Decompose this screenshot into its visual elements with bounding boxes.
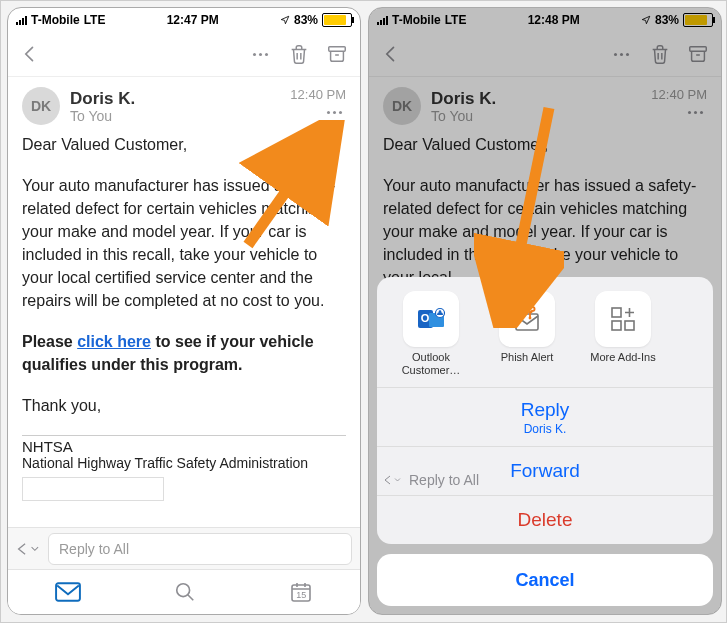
clock-label: 12:48 PM bbox=[528, 13, 580, 27]
tab-calendar[interactable]: 15 bbox=[289, 580, 313, 604]
sender-row: DK Doris K. To You 12:40 PM bbox=[369, 77, 721, 129]
battery-percent: 83% bbox=[655, 13, 679, 27]
phish-alert-icon bbox=[499, 291, 555, 347]
greeting: Dear Valued Customer, bbox=[22, 133, 346, 156]
svg-rect-1 bbox=[56, 583, 80, 600]
sheet-delete[interactable]: Delete bbox=[377, 495, 713, 544]
signature-org: NHTSA bbox=[8, 438, 360, 455]
signature-divider bbox=[22, 435, 346, 436]
sheet-cancel[interactable]: Cancel bbox=[377, 554, 713, 606]
tab-search[interactable] bbox=[174, 581, 196, 603]
delete-button[interactable] bbox=[288, 43, 310, 65]
action-sheet: O Outlook Customer… Phish Alert More Add… bbox=[377, 277, 713, 606]
addin-phish-alert[interactable]: Phish Alert bbox=[487, 291, 567, 377]
status-bar: T-Mobile LTE 12:47 PM 83% bbox=[8, 8, 360, 32]
tab-bar: 15 bbox=[8, 569, 360, 614]
toolbar bbox=[369, 32, 721, 77]
location-icon bbox=[641, 15, 651, 25]
email-body: Dear Valued Customer, Your auto manufact… bbox=[8, 129, 360, 417]
reply-chevron-icon[interactable] bbox=[16, 540, 42, 558]
delete-button[interactable] bbox=[649, 43, 671, 65]
addin-label: More Add-Ins bbox=[590, 351, 655, 364]
signal-bars-icon bbox=[377, 15, 388, 25]
clock-label: 12:47 PM bbox=[167, 13, 219, 27]
signature-full: National Highway Traffic Safety Administ… bbox=[8, 455, 360, 471]
back-button[interactable] bbox=[20, 44, 40, 64]
carrier-label: T-Mobile bbox=[392, 13, 441, 27]
sender-name[interactable]: Doris K. bbox=[70, 89, 135, 108]
thanks-line: Thank you, bbox=[22, 394, 346, 417]
avatar[interactable]: DK bbox=[22, 87, 60, 125]
action-sheet-card: O Outlook Customer… Phish Alert More Add… bbox=[377, 277, 713, 544]
paragraph-1: Your auto manufacturer has issued a safe… bbox=[383, 174, 707, 289]
message-actions-button[interactable] bbox=[684, 107, 707, 118]
avatar[interactable]: DK bbox=[383, 87, 421, 125]
paragraph-1: Your auto manufacturer has issued a safe… bbox=[22, 174, 346, 312]
reply-bar: Reply to All bbox=[8, 527, 360, 570]
calendar-day-label: 15 bbox=[289, 590, 313, 600]
location-icon bbox=[280, 15, 290, 25]
svg-point-11 bbox=[529, 317, 532, 320]
svg-rect-14 bbox=[625, 321, 634, 330]
network-label: LTE bbox=[84, 13, 106, 27]
svg-rect-0 bbox=[329, 47, 346, 52]
svg-rect-10 bbox=[516, 314, 538, 330]
carrier-label: T-Mobile bbox=[31, 13, 80, 27]
archive-button[interactable] bbox=[687, 43, 709, 65]
svg-rect-13 bbox=[612, 321, 621, 330]
recipient-label: To You bbox=[431, 108, 496, 124]
archive-button[interactable] bbox=[326, 43, 348, 65]
outlook-customer-icon: O bbox=[403, 291, 459, 347]
more-addins-icon bbox=[595, 291, 651, 347]
svg-text:O: O bbox=[421, 312, 430, 324]
svg-rect-12 bbox=[612, 308, 621, 317]
phone-left: T-Mobile LTE 12:47 PM 83% DK D bbox=[7, 7, 361, 615]
recipient-label: To You bbox=[70, 108, 135, 124]
svg-rect-4 bbox=[690, 47, 707, 52]
more-button[interactable] bbox=[249, 49, 272, 60]
greeting: Dear Valued Customer, bbox=[383, 133, 707, 156]
attachment-placeholder[interactable] bbox=[22, 477, 164, 501]
more-button[interactable] bbox=[610, 49, 633, 60]
message-actions-button[interactable] bbox=[323, 107, 346, 118]
sender-row: DK Doris K. To You 12:40 PM bbox=[8, 77, 360, 129]
click-here-link[interactable]: click here bbox=[77, 333, 151, 350]
toolbar bbox=[8, 32, 360, 77]
svg-point-2 bbox=[177, 584, 190, 597]
tab-mail[interactable] bbox=[55, 582, 81, 602]
battery-percent: 83% bbox=[294, 13, 318, 27]
addin-outlook-customer[interactable]: O Outlook Customer… bbox=[391, 291, 471, 377]
sheet-reply[interactable]: Reply Doris K. bbox=[377, 387, 713, 446]
back-button[interactable] bbox=[381, 44, 401, 64]
email-body: Dear Valued Customer, Your auto manufact… bbox=[369, 129, 721, 289]
reply-input[interactable]: Reply to All bbox=[48, 533, 352, 565]
network-label: LTE bbox=[445, 13, 467, 27]
battery-icon bbox=[322, 13, 352, 27]
reply-bar-ghost: Reply to All bbox=[383, 472, 479, 488]
cta-line: Please click here to see if your vehicle… bbox=[22, 330, 346, 376]
message-time: 12:40 PM bbox=[290, 87, 346, 102]
phone-right: T-Mobile LTE 12:48 PM 83% DK Doris K. To… bbox=[368, 7, 722, 615]
addin-more[interactable]: More Add-Ins bbox=[583, 291, 663, 377]
addins-row: O Outlook Customer… Phish Alert More Add… bbox=[377, 277, 713, 387]
battery-icon bbox=[683, 13, 713, 27]
addin-label: Phish Alert bbox=[501, 351, 554, 364]
status-bar: T-Mobile LTE 12:48 PM 83% bbox=[369, 8, 721, 32]
sender-name[interactable]: Doris K. bbox=[431, 89, 496, 108]
message-time: 12:40 PM bbox=[651, 87, 707, 102]
signal-bars-icon bbox=[16, 15, 27, 25]
addin-label: Outlook Customer… bbox=[391, 351, 471, 377]
